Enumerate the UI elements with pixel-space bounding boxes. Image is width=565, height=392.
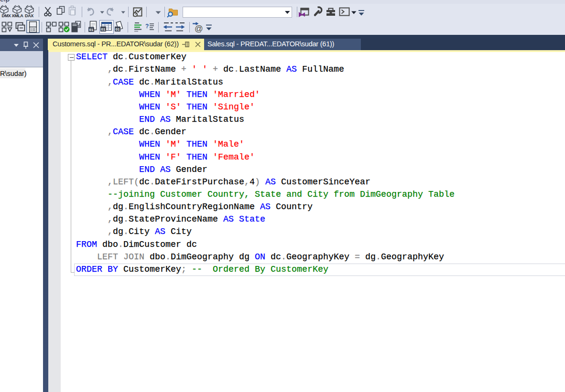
svg-text:?: ? [145,23,149,30]
svg-text:01: 01 [101,27,106,32]
svg-text:@: @ [195,24,203,33]
svg-text:DMX: DMX [2,13,11,18]
svg-text:XMLA: XMLA [12,13,24,18]
svg-text:DAX: DAX [25,13,33,18]
svg-text:01: 01 [89,28,94,32]
svg-text:01: 01 [116,27,120,32]
